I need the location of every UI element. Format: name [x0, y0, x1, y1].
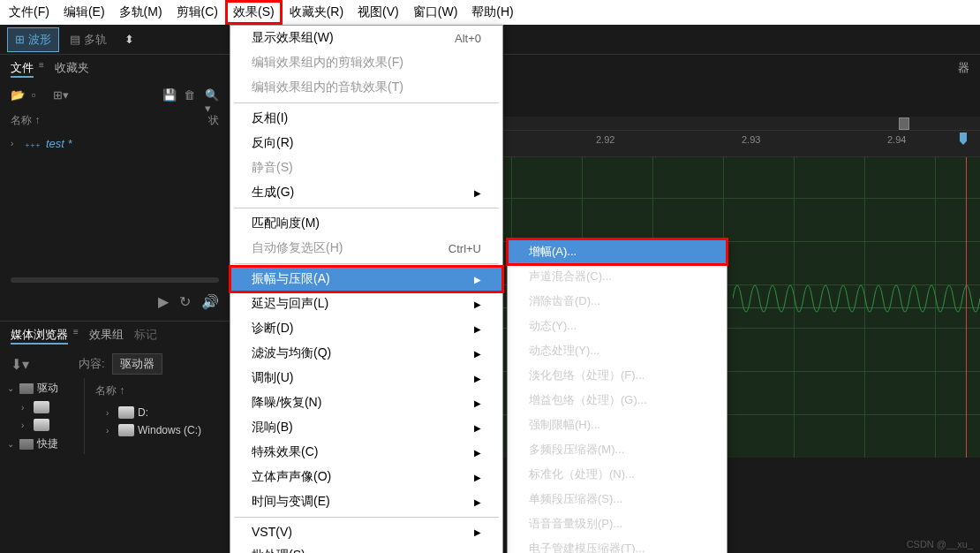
multitrack-view-button[interactable]: ▤ 多轨: [63, 28, 114, 51]
menu-item-4[interactable]: 反相(I): [230, 106, 502, 131]
menu-window[interactable]: 窗口(W): [406, 1, 465, 24]
files-name-header[interactable]: 名称 ↑ 状: [0, 108, 230, 133]
tab-markers[interactable]: 标记: [134, 327, 157, 345]
menu-item-9[interactable]: 匹配响度(M): [230, 211, 502, 236]
submenu-item-label: 电子管建模压缩器(T)...: [529, 541, 645, 553]
collapse-icon[interactable]: ⌄: [7, 383, 16, 393]
folder-icon: [19, 383, 34, 394]
tool-cursor-icon[interactable]: ⬍: [124, 33, 134, 46]
content-dropdown[interactable]: 驱动器: [112, 353, 162, 375]
menu-item-5[interactable]: 反向(R): [230, 131, 502, 155]
submenu-item-label: 消除齿音(D)...: [529, 293, 600, 309]
menu-item-7[interactable]: 生成(G)▶: [230, 180, 502, 205]
submenu-item-3[interactable]: 动态(Y)...: [508, 314, 727, 338]
save-icon[interactable]: 💾: [162, 88, 177, 102]
add-icon[interactable]: ⊞▾: [53, 88, 67, 102]
menu-item-label: 调制(U): [252, 370, 293, 386]
play-button[interactable]: ▶: [158, 293, 169, 310]
menu-item-13[interactable]: 延迟与回声(L)▶: [230, 292, 502, 316]
tree-drivers[interactable]: ⌄ 驱动: [0, 378, 84, 398]
waveform-view-button[interactable]: ⊞ 波形: [7, 27, 59, 52]
collapse-icon[interactable]: ⌄: [7, 439, 16, 449]
menu-item-21[interactable]: 时间与变调(E)▶: [230, 489, 502, 514]
submenu-item-0[interactable]: 增幅(A)...: [508, 239, 727, 264]
submenu-item-9[interactable]: 标准化（处理）(N)...: [508, 462, 727, 487]
menu-file[interactable]: 文件(F): [2, 1, 57, 24]
browser-drive-c[interactable]: › Windows (C:): [85, 421, 230, 439]
submenu-arrow-icon: ▶: [474, 527, 481, 537]
delete-icon[interactable]: 🗑: [184, 88, 198, 102]
submenu-arrow-icon: ▶: [474, 448, 481, 458]
overview-handle[interactable]: [899, 117, 909, 130]
submenu-arrow-icon: ▶: [474, 299, 481, 309]
menubar: 文件(F) 编辑(E) 多轨(M) 剪辑(C) 效果(S) 收藏夹(R) 视图(…: [0, 0, 980, 25]
submenu-item-2[interactable]: 消除齿音(D)...: [508, 289, 727, 314]
tab-files[interactable]: 文件: [11, 60, 34, 78]
menu-item-20[interactable]: 立体声声像(O)▶: [230, 465, 502, 489]
tab-menu-icon[interactable]: ≡: [73, 327, 79, 345]
drive-icon: [34, 419, 49, 431]
menu-effects[interactable]: 效果(S): [225, 0, 283, 25]
menu-item-16[interactable]: 调制(U)▶: [230, 366, 502, 390]
submenu-item-11[interactable]: 语音音量级别(P)...: [508, 511, 727, 536]
menu-item-1: 编辑效果组内的剪辑效果(F): [230, 50, 502, 75]
menu-edit[interactable]: 编辑(E): [57, 1, 112, 24]
menu-separator: [234, 263, 499, 264]
open-folder-icon[interactable]: 📂: [11, 88, 25, 102]
playhead-marker[interactable]: [960, 133, 967, 145]
tab-effects-rack[interactable]: 效果组: [89, 327, 124, 345]
submenu-item-1[interactable]: 声道混合器(C)...: [508, 264, 727, 289]
submenu-arrow-icon: ▶: [474, 188, 481, 198]
new-file-icon[interactable]: ▫: [32, 88, 46, 102]
volume-button[interactable]: 🔊: [201, 293, 219, 310]
loop-button[interactable]: ↻: [179, 293, 191, 310]
menu-view[interactable]: 视图(V): [351, 1, 406, 24]
menu-item-24[interactable]: 批处理(S)▶: [230, 543, 502, 553]
menu-item-0[interactable]: 显示效果组(W)Alt+0: [230, 26, 502, 50]
menu-item-label: 反向(R): [252, 135, 293, 151]
menu-item-2: 编辑效果组内的音轨效果(T): [230, 75, 502, 100]
submenu-arrow-icon: ▶: [474, 398, 481, 408]
tree-drive-d[interactable]: ›: [0, 398, 84, 416]
menu-help[interactable]: 帮助(H): [464, 1, 520, 24]
tree-shortcuts[interactable]: ⌄ 快捷: [0, 434, 84, 454]
file-item-test[interactable]: › ₊₊₊ test *: [0, 133, 230, 154]
menu-item-label: 混响(B): [252, 420, 293, 436]
menu-item-12[interactable]: 振幅与压限(A)▶: [230, 267, 502, 292]
browser-drive-d[interactable]: › D:: [85, 404, 230, 421]
submenu-item-4[interactable]: 动态处理(Y)...: [508, 338, 727, 363]
tree-drive-c[interactable]: ›: [0, 416, 84, 434]
tab-favorites[interactable]: 收藏夹: [55, 60, 89, 78]
content-label: 内容:: [79, 356, 105, 372]
submenu-item-12[interactable]: 电子管建模压缩器(T)...: [508, 536, 727, 553]
submenu-item-10[interactable]: 单频段压缩器(S)...: [508, 487, 727, 511]
submenu-item-5[interactable]: 淡化包络（处理）(F)...: [508, 363, 727, 388]
download-icon[interactable]: ⬇▾: [11, 356, 29, 373]
tab-media-browser[interactable]: 媒体浏览器: [11, 327, 68, 345]
submenu-item-6[interactable]: 增益包络（处理）(G)...: [508, 388, 727, 413]
expand-icon[interactable]: ›: [11, 139, 19, 148]
menu-item-18[interactable]: 混响(B)▶: [230, 415, 502, 440]
menu-item-23[interactable]: VST(V)▶: [230, 520, 502, 543]
submenu-item-7[interactable]: 强制限幅(H)...: [508, 413, 727, 437]
menu-item-19[interactable]: 特殊效果(C)▶: [230, 440, 502, 465]
submenu-item-8[interactable]: 多频段压缩器(M)...: [508, 437, 727, 462]
submenu-arrow-icon: ▶: [474, 275, 481, 284]
submenu-item-label: 动态(Y)...: [529, 318, 577, 334]
submenu-item-label: 标准化（处理）(N)...: [529, 466, 635, 482]
menu-multitrack[interactable]: 多轨(M): [112, 1, 170, 24]
menu-clip[interactable]: 剪辑(C): [170, 1, 225, 24]
expand-icon[interactable]: ›: [21, 420, 30, 430]
folder-icon: [19, 439, 34, 450]
menu-favorites[interactable]: 收藏夹(R): [283, 1, 351, 24]
browser-name-header[interactable]: 名称 ↑: [85, 378, 230, 404]
expand-icon[interactable]: ›: [21, 403, 30, 413]
expand-icon[interactable]: ›: [106, 426, 115, 436]
menu-item-14[interactable]: 诊断(D)▶: [230, 316, 502, 341]
search-icon[interactable]: 🔍▾: [205, 88, 219, 102]
menu-item-17[interactable]: 降噪/恢复(N)▶: [230, 390, 502, 415]
tab-menu-icon[interactable]: ≡: [39, 60, 44, 78]
menu-item-15[interactable]: 滤波与均衡(Q)▶: [230, 341, 502, 366]
watermark: CSDN @__xu_: [907, 539, 973, 549]
expand-icon[interactable]: ›: [106, 408, 115, 418]
